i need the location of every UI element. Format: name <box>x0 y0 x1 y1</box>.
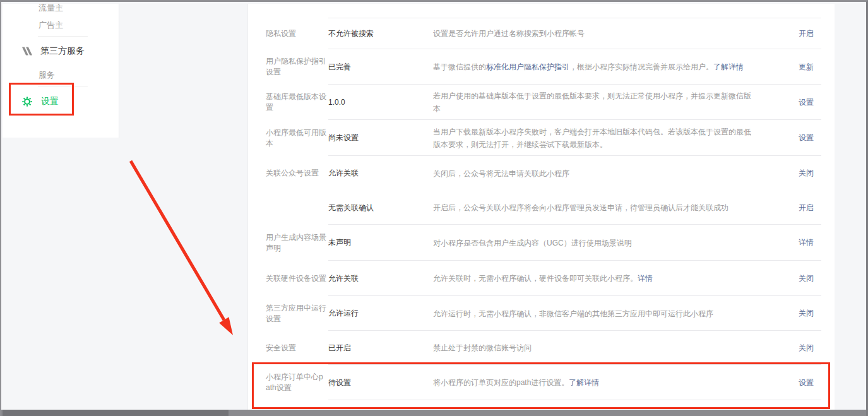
settings-row: 第三方应用中运行设置允许运行允许运行时，无需小程序确认，非微信客户端的其他第三方… <box>248 296 835 331</box>
setting-value: 未声明 <box>327 237 433 248</box>
setting-label: 第三方应用中运行设置 <box>266 303 327 324</box>
settings-row: 用户隐私保护指引设置已完善基于微信提供的标准化用户隐私保护指引，根据小程序实际情… <box>248 49 835 85</box>
setting-description: 基于微信提供的标准化用户隐私保护指引，根据小程序实际情况完善并展示给用户。了解详… <box>433 61 776 73</box>
sidebar-item-services[interactable]: 服务 <box>39 69 55 81</box>
settings-row: 安全设置已开启禁止处于封禁的微信账号访问关闭 <box>248 331 835 365</box>
settings-row: 小程序最低可用版本尚未设置当用户下载最新版本小程序失败时，客户端会打开本地旧版本… <box>248 120 835 156</box>
annotation-box-path-row <box>252 362 830 409</box>
setting-label: 用户隐私保护指引设置 <box>266 56 327 78</box>
action-link[interactable]: 关闭 <box>776 308 814 319</box>
setting-value: 尚未设置 <box>327 133 433 143</box>
setting-label: 关联硬件设备设置 <box>266 273 327 284</box>
setting-label: 安全设置 <box>266 343 327 354</box>
settings-row: 隐私设置不允许被搜索设置是否允许用户通过名称搜索到小程序帐号开启 <box>248 18 835 49</box>
description-text: 基于微信提供的 <box>433 62 486 71</box>
settings-row: 关联硬件设备设置允许关联允许关联时，无需小程序确认，硬件设备即可关联此小程序。详… <box>248 261 835 296</box>
sidebar-item-label: 第三方服务 <box>40 45 85 57</box>
setting-value: 允许关联 <box>327 168 433 179</box>
setting-description: 对小程序是否包含用户生成内容（UGC）进行使用场景说明 <box>433 237 776 249</box>
sidebar-item-label: 流量主 <box>39 3 63 14</box>
action-link[interactable]: 更新 <box>776 62 814 73</box>
settings-panel: 隐私设置不允许被搜索设置是否允许用户通过名称搜索到小程序帐号开启用户隐私保护指引… <box>247 4 835 412</box>
description-text: 设置是否允许用户通过名称搜索到小程序帐号 <box>433 29 585 38</box>
action-link[interactable]: 关闭 <box>776 168 814 179</box>
inline-link[interactable]: 了解详情 <box>713 62 744 71</box>
settings-row: 关联公众号设置允许关联关闭后，公众号将无法申请关联此小程序关闭 <box>248 156 835 191</box>
description-text: 允许关联时，无需小程序确认，硬件设备即可关联此小程序。 <box>433 274 638 283</box>
setting-description: 当用户下载最新版本小程序失败时，客户端会打开本地旧版本代码包。若该版本低于设置的… <box>433 126 776 151</box>
description-text: 禁止处于封禁的微信账号访问 <box>433 343 532 352</box>
setting-value: 允许运行 <box>327 308 433 319</box>
setting-value: 已完善 <box>327 62 433 73</box>
description-text: ，根据小程序实际情况完善并展示给用户。 <box>569 62 713 71</box>
action-link[interactable]: 开启 <box>776 28 814 39</box>
action-link[interactable]: 详情 <box>776 237 814 248</box>
description-text: 若用户使用的基础库版本低于设置的最低版本要求，则无法正常使用小程序，并提示更新微… <box>433 92 751 113</box>
settings-table: 隐私设置不允许被搜索设置是否允许用户通过名称搜索到小程序帐号开启用户隐私保护指引… <box>248 18 835 400</box>
setting-label: 隐私设置 <box>266 28 327 39</box>
third-party-icon <box>21 46 32 56</box>
settings-row: 无需关联确认开启后，公众号关联小程序将会向小程序管理员发送申请，待管理员确认后才… <box>248 191 835 225</box>
setting-description: 若用户使用的基础库版本低于设置的最低版本要求，则无法正常使用小程序，并提示更新微… <box>433 90 776 115</box>
settings-row: 基础库最低版本设置1.0.0若用户使用的基础库版本低于设置的最低版本要求，则无法… <box>248 85 835 120</box>
action-link[interactable]: 设置 <box>776 133 814 143</box>
setting-value: 已开启 <box>327 343 433 354</box>
setting-description: 开启后，公众号关联小程序将会向小程序管理员发送申请，待管理员确认后才能关联成功 <box>433 201 776 214</box>
setting-value: 无需关联确认 <box>327 203 433 213</box>
sidebar-item-third-party-services[interactable]: 第三方服务 <box>21 45 85 57</box>
setting-description: 允许运行时，无需小程序确认，非微信客户端的其他第三方应用中即可运行此小程序 <box>433 307 776 320</box>
description-text: 对小程序是否包含用户生成内容（UGC）进行使用场景说明 <box>433 239 632 247</box>
sidebar-item-label: 广告主 <box>39 20 63 31</box>
setting-value: 不允许被搜索 <box>327 28 433 39</box>
action-link[interactable]: 开启 <box>776 203 814 213</box>
setting-value: 允许关联 <box>327 273 433 284</box>
description-text: 开启后，公众号关联小程序将会向小程序管理员发送申请，待管理员确认后才能关联成功 <box>433 203 728 212</box>
setting-description: 允许关联时，无需小程序确认，硬件设备即可关联此小程序。详情 <box>433 272 776 285</box>
settings-row: 用户生成内容场景声明未声明对小程序是否包含用户生成内容（UGC）进行使用场景说明… <box>248 225 835 261</box>
description-text: 关闭后，公众号将无法申请关联此小程序 <box>433 169 569 178</box>
setting-label: 小程序最低可用版本 <box>266 128 327 149</box>
setting-description: 关闭后，公众号将无法申请关联此小程序 <box>433 167 776 180</box>
setting-value: 1.0.0 <box>327 98 433 107</box>
description-text: 当用户下载最新版本小程序失败时，客户端会打开本地旧版本代码包。若该版本低于设置的… <box>433 128 751 149</box>
scrollbar-thumb[interactable] <box>3 410 229 416</box>
annotation-arrow <box>124 157 241 343</box>
sidebar-item-label: 服务 <box>39 69 55 81</box>
inline-link[interactable]: 标准化用户隐私保护指引 <box>486 62 569 71</box>
action-link[interactable]: 设置 <box>776 97 814 108</box>
setting-description: 禁止处于封禁的微信账号访问 <box>433 342 776 354</box>
setting-label: 用户生成内容场景声明 <box>266 232 327 254</box>
action-link[interactable]: 关闭 <box>776 273 814 284</box>
app-window: 流量主广告主第三方服务服务设置 隐私设置不允许被搜索设置是否允许用户通过名称搜索… <box>0 0 868 416</box>
action-link[interactable]: 关闭 <box>776 343 814 354</box>
setting-label: 关联公众号设置 <box>266 168 327 179</box>
setting-description: 设置是否允许用户通过名称搜索到小程序帐号 <box>433 27 776 40</box>
sidebar-item-traffic-owner[interactable]: 流量主 <box>39 3 63 14</box>
annotation-box-sidebar-settings <box>9 83 74 116</box>
sidebar-divider <box>38 36 88 37</box>
sidebar: 流量主广告主第三方服务服务设置 <box>3 4 119 138</box>
setting-label: 基础库最低版本设置 <box>266 92 327 113</box>
inline-link[interactable]: 详情 <box>638 274 653 283</box>
horizontal-scrollbar[interactable] <box>1 410 866 416</box>
sidebar-item-advertiser[interactable]: 广告主 <box>39 20 63 31</box>
description-text: 允许运行时，无需小程序确认，非微信客户端的其他第三方应用中即可运行此小程序 <box>433 309 713 318</box>
